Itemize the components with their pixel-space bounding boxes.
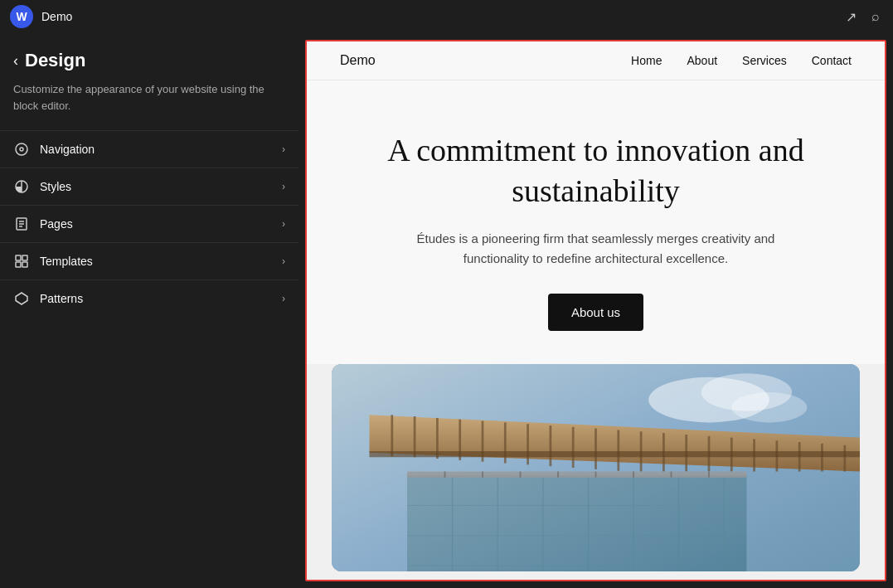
nav-link-about[interactable]: About [687, 54, 717, 67]
sidebar-item-templates[interactable]: Templates › [0, 242, 298, 279]
svg-marker-11 [16, 293, 27, 304]
top-bar: W Demo ↗ ⌕ [0, 0, 893, 33]
svg-rect-17 [407, 475, 747, 571]
preview-frame: Demo Home About Services Contact A commi… [305, 40, 886, 581]
svg-rect-10 [22, 262, 27, 267]
templates-icon [13, 253, 30, 270]
pages-icon [13, 216, 30, 232]
site-nav: Demo Home About Services Contact [307, 41, 885, 80]
pages-chevron: › [282, 218, 285, 230]
svg-point-1 [20, 148, 23, 151]
sidebar-item-styles[interactable]: Styles › [0, 168, 298, 205]
building-image [332, 364, 860, 571]
sidebar-item-patterns[interactable]: Patterns › [0, 279, 298, 317]
building-illustration [332, 364, 860, 571]
svg-point-16 [731, 392, 807, 422]
svg-rect-50 [370, 451, 861, 457]
sidebar-title: Design [25, 50, 85, 71]
sidebar-item-navigation[interactable]: Navigation › [0, 130, 298, 168]
sidebar-item-pages[interactable]: Pages › [0, 205, 298, 242]
patterns-chevron: › [282, 293, 285, 304]
wp-logo[interactable]: W [10, 5, 33, 28]
pages-label: Pages [40, 217, 272, 231]
site-nav-links: Home About Services Contact [631, 54, 852, 67]
svg-rect-51 [407, 471, 747, 477]
svg-rect-7 [16, 255, 21, 260]
templates-label: Templates [40, 255, 272, 268]
svg-point-0 [16, 143, 27, 155]
search-icon[interactable]: ⌕ [868, 6, 883, 27]
styles-icon [13, 178, 30, 195]
patterns-icon [13, 290, 30, 307]
templates-chevron: › [282, 255, 285, 267]
patterns-label: Patterns [40, 292, 272, 305]
hero-subtitle: Études is a pioneering firm that seamles… [389, 229, 803, 269]
navigation-label: Navigation [40, 143, 272, 156]
navigation-icon [13, 141, 30, 158]
hero-section: A commitment to innovation and sustainab… [307, 80, 885, 364]
hero-title: A commitment to innovation and sustainab… [368, 130, 824, 212]
nav-link-home[interactable]: Home [631, 54, 662, 67]
external-link-icon[interactable]: ↗ [842, 6, 860, 28]
svg-rect-9 [16, 262, 21, 267]
sidebar-description: Customize the appearance of your website… [0, 78, 298, 130]
styles-chevron: › [282, 181, 285, 192]
styles-label: Styles [40, 180, 272, 193]
main-layout: ‹ Design Customize the appearance of you… [0, 33, 893, 588]
sidebar-menu: Navigation › Styles › [0, 130, 298, 317]
navigation-chevron: › [282, 143, 285, 155]
back-button[interactable]: ‹ [13, 52, 18, 70]
preview-area: Demo Home About Services Contact A commi… [298, 33, 893, 588]
top-bar-title: Demo [41, 10, 72, 23]
about-us-button[interactable]: About us [548, 294, 643, 331]
nav-link-contact[interactable]: Contact [812, 54, 852, 67]
nav-link-services[interactable]: Services [742, 54, 787, 67]
svg-rect-8 [22, 255, 27, 260]
sidebar: ‹ Design Customize the appearance of you… [0, 33, 298, 588]
sidebar-header: ‹ Design [0, 33, 298, 78]
site-logo: Demo [340, 53, 631, 68]
